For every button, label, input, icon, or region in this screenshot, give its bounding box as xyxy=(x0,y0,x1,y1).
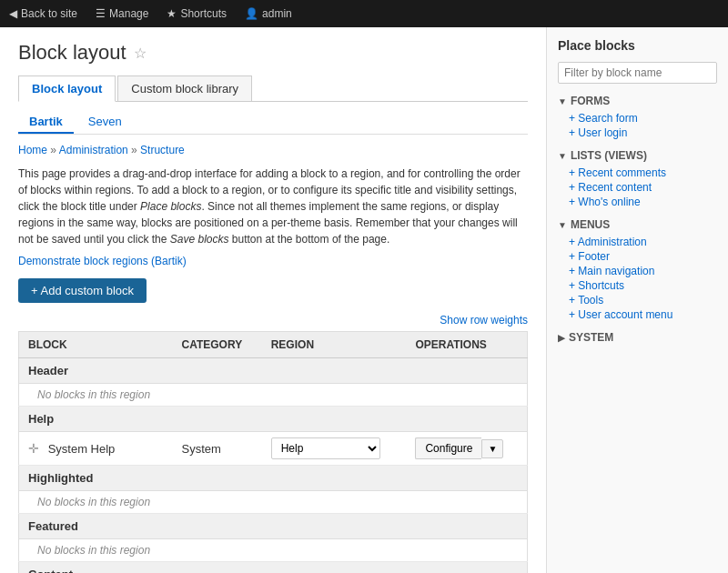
sidebar-item-user-login[interactable]: + User login xyxy=(558,126,717,140)
chevron-right-icon: ▶ xyxy=(558,333,565,343)
sidebar-section-forms: ▼ FORMS + Search form + User login xyxy=(558,95,717,140)
main-wrap: Block layout ☆ Block layout Custom block… xyxy=(0,27,728,573)
col-block: BLOCK xyxy=(19,332,173,358)
region-select-help[interactable]: Help xyxy=(271,437,380,459)
sidebar-section-menus: ▼ MENUS + Administration + Footer + Main… xyxy=(558,218,717,322)
col-category: CATEGORY xyxy=(172,332,261,358)
drag-handle-icon[interactable]: ✛ xyxy=(28,441,39,456)
sidebar-item-search-form[interactable]: + Search form xyxy=(558,111,717,126)
region-header-featured: Featured xyxy=(19,514,528,539)
sidebar-section-title-lists[interactable]: ▼ LISTS (VIEWS) xyxy=(558,149,717,162)
sidebar-section-title-forms[interactable]: ▼ FORMS xyxy=(558,95,717,107)
configure-dropdown-arrow[interactable]: ▼ xyxy=(481,439,503,458)
sidebar-item-user-account-menu[interactable]: + User account menu xyxy=(558,307,717,322)
region-header-help: Help xyxy=(19,407,528,432)
region-header-highlighted: Highlighted xyxy=(19,466,528,491)
chevron-down-icon: ▼ xyxy=(558,96,567,106)
sidebar-section-title-menus[interactable]: ▼ MENUS xyxy=(558,218,717,231)
secondary-tabs: Bartik Seven xyxy=(18,111,528,135)
no-blocks-header: No blocks in this region xyxy=(19,384,528,407)
primary-tabs: Block layout Custom block library xyxy=(18,75,528,102)
configure-button-help[interactable]: Configure xyxy=(415,437,481,459)
filter-blocks-input[interactable] xyxy=(558,62,717,84)
user-icon: 👤 xyxy=(245,7,258,20)
sidebar-section-title-system[interactable]: ▶ SYSTEM xyxy=(558,331,717,344)
sidebar-item-recent-comments[interactable]: + Recent comments xyxy=(558,166,717,180)
tab-custom-block-library[interactable]: Custom block library xyxy=(117,75,252,101)
sidebar-item-footer[interactable]: + Footer xyxy=(558,249,717,264)
chevron-down-icon: ▼ xyxy=(558,220,567,230)
sidebar-section-system: ▶ SYSTEM xyxy=(558,331,717,344)
show-row-weights-link[interactable]: Show row weights xyxy=(18,314,528,327)
breadcrumb: Home » Administration » Structure xyxy=(18,144,528,156)
menu-icon: ☰ xyxy=(96,7,106,20)
region-header-header: Header xyxy=(19,358,528,384)
admin-toolbar: ◀ Back to site ☰ Manage ★ Shortcuts 👤 ad… xyxy=(0,0,728,27)
sidebar-item-main-navigation[interactable]: + Main navigation xyxy=(558,264,717,278)
configure-btn-wrap: Configure ▼ xyxy=(415,437,518,459)
block-table: BLOCK CATEGORY REGION OPERATIONS Header … xyxy=(18,331,528,573)
page-description: This page provides a drag-and-drop inter… xyxy=(18,166,528,247)
breadcrumb-administration[interactable]: Administration xyxy=(59,144,128,156)
demo-link[interactable]: Demonstrate block regions (Bartik) xyxy=(18,255,528,267)
admin-link[interactable]: 👤 admin xyxy=(245,7,292,20)
sidebar-item-recent-content[interactable]: + Recent content xyxy=(558,180,717,195)
sidebar-item-shortcuts[interactable]: + Shortcuts xyxy=(558,278,717,293)
tab-bartik[interactable]: Bartik xyxy=(18,111,74,134)
sidebar-section-lists: ▼ LISTS (VIEWS) + Recent comments + Rece… xyxy=(558,149,717,209)
back-icon: ◀ xyxy=(9,7,17,20)
block-title-system-help: ✛ System Help xyxy=(19,432,173,466)
back-to-site-link[interactable]: ◀ Back to site xyxy=(9,7,77,20)
star-toolbar-icon: ★ xyxy=(167,7,177,20)
col-region: REGION xyxy=(262,332,407,358)
tab-block-layout[interactable]: Block layout xyxy=(18,75,116,102)
table-header-row: BLOCK CATEGORY REGION OPERATIONS xyxy=(19,332,528,358)
chevron-down-icon: ▼ xyxy=(558,151,567,161)
no-blocks-highlighted: No blocks in this region xyxy=(19,491,528,514)
table-row: ✛ System Help System Help Configure ▼ xyxy=(19,432,528,466)
manage-link[interactable]: ☰ Manage xyxy=(96,7,148,20)
favorite-icon[interactable]: ☆ xyxy=(134,45,147,62)
add-custom-block-button[interactable]: + Add custom block xyxy=(18,278,147,303)
no-blocks-featured: No blocks in this region xyxy=(19,539,528,562)
tab-seven[interactable]: Seven xyxy=(77,111,133,134)
sidebar-title: Place blocks xyxy=(558,38,717,53)
col-operations: OPERATIONS xyxy=(406,332,527,358)
region-header-content: Content xyxy=(19,562,528,574)
sidebar-item-tools[interactable]: + Tools xyxy=(558,293,717,307)
breadcrumb-home[interactable]: Home xyxy=(18,144,47,156)
breadcrumb-structure[interactable]: Structure xyxy=(140,144,185,156)
sidebar-item-administration[interactable]: + Administration xyxy=(558,235,717,249)
content-area: Block layout ☆ Block layout Custom block… xyxy=(0,27,546,573)
shortcuts-link[interactable]: ★ Shortcuts xyxy=(167,7,227,20)
sidebar-item-whos-online[interactable]: + Who's online xyxy=(558,195,717,209)
sidebar: Place blocks ▼ FORMS + Search form + Use… xyxy=(546,27,728,573)
page-title: Block layout ☆ xyxy=(18,41,528,65)
